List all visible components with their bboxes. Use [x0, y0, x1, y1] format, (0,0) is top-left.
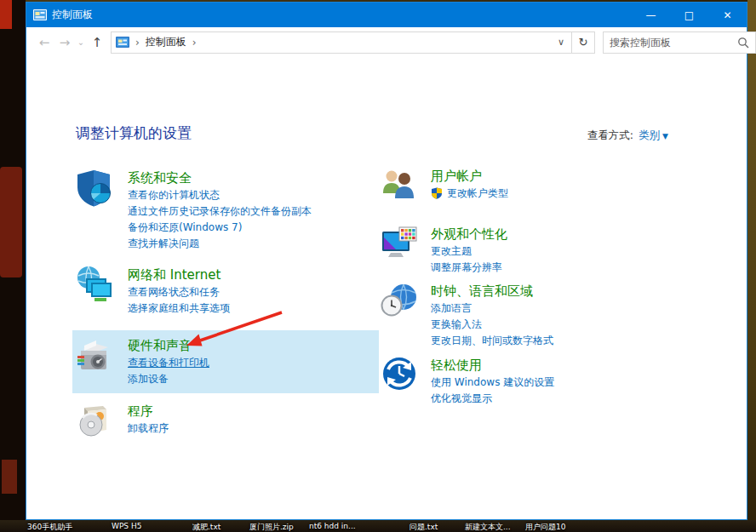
- search-box[interactable]: [603, 31, 756, 54]
- network-globe-icon[interactable]: [74, 265, 115, 306]
- category-title-hardware-sound[interactable]: 硬件和声音: [128, 336, 209, 355]
- printer-sound-icon[interactable]: [74, 335, 115, 376]
- category-column-right: 用户帐户 更改帐户类型: [381, 166, 687, 420]
- back-icon[interactable]: ←: [34, 35, 54, 50]
- desktop-bottom-strip: 360手机助手 WPS H5 减肥.txt 厦门照片.zip nt6 hdd i…: [0, 520, 756, 532]
- breadcrumb-separator-icon: ›: [135, 37, 140, 49]
- link-change-account-type[interactable]: 更改帐户类型: [431, 186, 508, 204]
- link-backup-restore[interactable]: 备份和还原(Windows 7): [128, 220, 312, 236]
- link-suggested-settings[interactable]: 使用 Windows 建议的设置: [431, 375, 554, 391]
- breadcrumb-separator-icon[interactable]: ›: [192, 37, 197, 49]
- address-location-icon[interactable]: [116, 36, 129, 49]
- view-by-value[interactable]: 类别: [639, 129, 660, 141]
- desktop-right-strip: [747, 0, 756, 532]
- link-uninstall-program[interactable]: 卸载程序: [128, 420, 169, 437]
- link-file-history-backup[interactable]: 通过文件历史记录保存你的文件备份副本: [128, 203, 312, 220]
- control-panel-icon: [33, 9, 47, 22]
- link-homegroup-sharing[interactable]: 选择家庭组和共享选项: [128, 300, 230, 317]
- refresh-button[interactable]: ↻: [572, 31, 595, 54]
- security-shield-icon[interactable]: [74, 168, 115, 209]
- link-computer-status[interactable]: 查看你的计算机状态: [128, 187, 312, 203]
- page-title: 调整计算机的设置: [76, 123, 192, 143]
- breadcrumb-control-panel[interactable]: 控制面板: [146, 35, 186, 49]
- program-box-cd-icon[interactable]: [74, 401, 115, 442]
- category-user-accounts: 用户帐户 更改帐户类型: [381, 166, 687, 204]
- desktop-icon-label[interactable]: 新建文本文...: [465, 522, 511, 532]
- link-label: 更改帐户类型: [447, 187, 508, 199]
- desktop-icon-label[interactable]: 用户问题10: [525, 522, 565, 532]
- category-title-programs[interactable]: 程序: [128, 402, 169, 420]
- titlebar[interactable]: 控制面板 — □ ✕: [26, 3, 747, 27]
- uac-shield-icon: [431, 187, 443, 204]
- navigation-bar: ← → ⌄ ↑ › 控制面板 › ∨ ↻: [26, 27, 747, 57]
- category-appearance-personalization: 外观和个性化 更改主题 调整屏幕分辨率: [381, 224, 687, 276]
- category-title-clock-language[interactable]: 时钟、语言和区域: [431, 282, 553, 300]
- desktop-icon-label[interactable]: 问题.txt: [410, 522, 438, 532]
- desktop-icon-label[interactable]: nt6 hdd in...: [309, 522, 356, 530]
- chevron-down-icon[interactable]: ▼: [662, 132, 668, 140]
- category-title-user-accounts[interactable]: 用户帐户: [431, 167, 508, 186]
- maximize-button[interactable]: □: [670, 3, 708, 27]
- link-network-status[interactable]: 查看网络状态和任务: [128, 284, 230, 300]
- desktop-icon-fragment: [0, 167, 22, 277]
- category-title-appearance[interactable]: 外观和个性化: [431, 225, 507, 243]
- link-change-theme[interactable]: 更改主题: [431, 243, 507, 260]
- close-button[interactable]: ✕: [708, 3, 747, 27]
- clock-globe-icon[interactable]: [381, 281, 418, 318]
- search-icon[interactable]: [737, 37, 749, 49]
- view-by-control[interactable]: 查看方式:类别▼: [587, 129, 668, 143]
- personalization-monitor-icon[interactable]: [381, 224, 418, 261]
- content-area: 调整计算机的设置 查看方式:类别▼ 系统和安全: [26, 57, 747, 519]
- address-bar[interactable]: › 控制面板 › ∨: [111, 31, 572, 54]
- category-title-ease-of-access[interactable]: 轻松使用: [431, 356, 554, 375]
- category-title-network-internet[interactable]: 网络和 Internet: [128, 266, 230, 284]
- search-input[interactable]: [610, 37, 737, 49]
- link-date-time-format[interactable]: 更改日期、时间或数字格式: [431, 333, 553, 349]
- history-chevron-icon[interactable]: ⌄: [75, 37, 87, 47]
- link-add-language[interactable]: 添加语言: [431, 300, 553, 317]
- desktop-icon-label[interactable]: 360手机助手: [27, 522, 72, 532]
- category-clock-language-region: 时钟、语言和区域 添加语言 更换输入法 更改日期、时间或数字格式: [381, 281, 687, 349]
- link-add-device[interactable]: 添加设备: [128, 371, 209, 387]
- category-column-left: 系统和安全 查看你的计算机状态 通过文件历史记录保存你的文件备份副本 备份和还原…: [74, 168, 381, 455]
- category-ease-of-access: 轻松使用 使用 Windows 建议的设置 优化视觉显示: [381, 355, 687, 407]
- view-by-label: 查看方式:: [587, 129, 633, 141]
- desktop-icon-fragment: [2, 460, 17, 494]
- category-programs: 程序 卸载程序: [74, 401, 381, 442]
- desktop-icon-fragment: [0, 0, 12, 29]
- link-optimize-visual[interactable]: 优化视觉显示: [431, 391, 554, 407]
- link-change-input-method[interactable]: 更换输入法: [431, 317, 553, 333]
- forward-icon[interactable]: →: [54, 35, 75, 50]
- ease-of-access-icon[interactable]: [381, 355, 418, 392]
- control-panel-window: 控制面板 — □ ✕ ← → ⌄ ↑ › 控制面板 › ∨: [26, 2, 747, 520]
- category-system-security: 系统和安全 查看你的计算机状态 通过文件历史记录保存你的文件备份副本 备份和还原…: [74, 168, 381, 252]
- link-screen-resolution[interactable]: 调整屏幕分辨率: [431, 260, 507, 276]
- category-network-internet: 网络和 Internet 查看网络状态和任务 选择家庭组和共享选项: [74, 265, 381, 317]
- link-devices-printers[interactable]: 查看设备和打印机: [128, 355, 209, 371]
- window-title: 控制面板: [52, 8, 93, 22]
- up-icon[interactable]: ↑: [87, 35, 107, 50]
- user-accounts-icon[interactable]: [381, 166, 418, 203]
- category-hardware-sound: 硬件和声音 查看设备和打印机 添加设备: [72, 330, 379, 393]
- category-title-system-security[interactable]: 系统和安全: [128, 169, 312, 187]
- link-troubleshoot[interactable]: 查找并解决问题: [128, 236, 312, 252]
- desktop-icon-label[interactable]: 厦门照片.zip: [249, 522, 294, 532]
- desktop-left-strip: [0, 0, 26, 532]
- address-dropdown-icon[interactable]: ∨: [551, 37, 571, 48]
- desktop-icon-label[interactable]: WPS H5: [112, 522, 141, 530]
- desktop-icon-label[interactable]: 减肥.txt: [192, 522, 220, 532]
- minimize-button[interactable]: —: [632, 3, 670, 27]
